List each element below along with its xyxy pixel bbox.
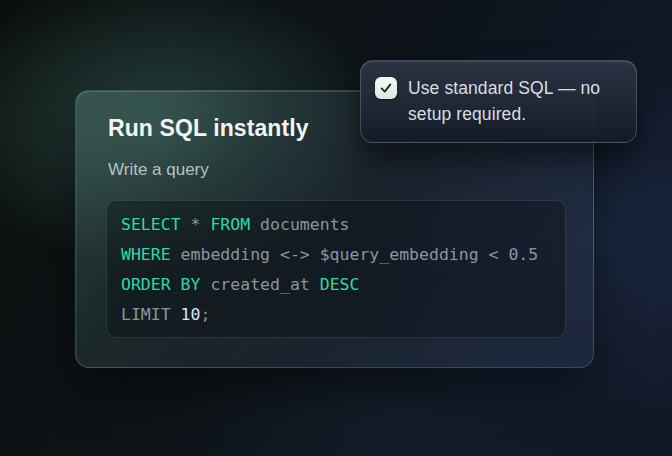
code-line: SELECT * FROM documents [121,210,551,240]
card-subtitle: Write a query [108,159,563,181]
standard-sql-checkbox[interactable] [375,77,397,99]
page-background: { "card": { "title": "Run SQL instantly"… [0,0,672,456]
checkmark-icon [378,80,394,96]
code-line: WHERE embedding <-> $query_embedding < 0… [121,240,551,270]
sql-tooltip-card: Use standard SQL — no setup required. [360,60,637,143]
tooltip-label: Use standard SQL — no setup required. [408,75,620,127]
sql-code-block[interactable]: SELECT * FROM documentsWHERE embedding <… [106,200,566,338]
code-line: ORDER BY created_at DESC [121,270,551,300]
code-line: LIMIT 10; [121,300,551,330]
